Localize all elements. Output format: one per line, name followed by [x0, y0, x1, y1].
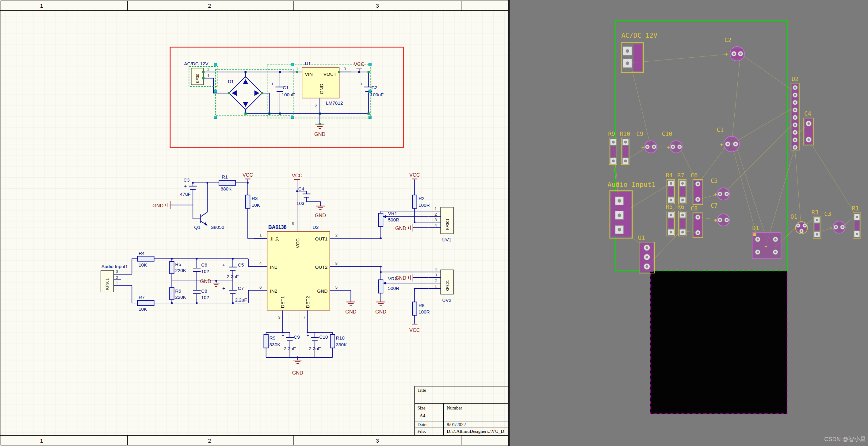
gnd-label[interactable]: GND [395, 226, 406, 231]
c6-value[interactable]: 102 [201, 269, 209, 274]
r5-designator[interactable]: R5 [175, 262, 181, 267]
pcb-r3-label[interactable]: R3 [812, 209, 819, 216]
r7-value[interactable]: 10K [138, 306, 147, 311]
pcb-r4-label[interactable]: R4 [665, 172, 673, 179]
pcb-c10-label[interactable]: C10 [662, 130, 672, 137]
c10-designator[interactable]: C10 [319, 334, 328, 339]
c9-designator[interactable]: C9 [294, 334, 300, 339]
pcb-d1-label[interactable]: D1 [752, 225, 759, 231]
c2-value[interactable]: 100uF [370, 92, 384, 97]
c4-value[interactable]: 103 [297, 201, 305, 206]
vr2-value[interactable]: 500R [388, 286, 399, 291]
uv2-designator[interactable]: UV2 [442, 298, 451, 303]
pcb-c5-label[interactable]: C5 [711, 177, 718, 184]
r10-value[interactable]: 330K [336, 342, 347, 347]
c1-value[interactable]: 100uF [281, 92, 295, 97]
pcb-c2-label[interactable]: C2 [724, 36, 732, 43]
gnd-label[interactable]: GND [152, 203, 163, 208]
q1-part[interactable]: S8050 [211, 225, 224, 230]
vcc-label[interactable]: VCC [409, 327, 420, 333]
vcc-label[interactable]: VCC [292, 173, 303, 178]
c4-designator[interactable]: C4 [298, 186, 305, 191]
vr1-designator[interactable]: VR1 [388, 211, 397, 216]
vcc-label[interactable]: VCC [409, 172, 420, 178]
pcb-audio-label[interactable]: Audio Input1 [608, 181, 655, 188]
gnd-label[interactable]: GND [314, 131, 325, 137]
vcc-label[interactable]: VCC [243, 172, 253, 178]
c7-designator[interactable]: C7 [238, 286, 244, 291]
pcb-c6-label[interactable]: C6 [691, 172, 698, 179]
u1-designator[interactable]: U1 [305, 61, 311, 66]
pcb-r10-label[interactable]: R10 [620, 130, 630, 137]
pcb-plane-region[interactable] [650, 271, 787, 414]
r1-designator[interactable]: R1 [222, 174, 228, 179]
c8-value[interactable]: 102 [201, 295, 209, 300]
r2-designator[interactable]: R2 [418, 196, 425, 201]
c3-value[interactable]: 47uF [180, 191, 191, 197]
pcb-c4-label[interactable]: C4 [804, 111, 811, 117]
gnd-label[interactable]: GND [395, 275, 406, 281]
r6-designator[interactable]: R6 [175, 288, 181, 294]
gnd-label[interactable]: GND [345, 309, 356, 315]
uv1-designator[interactable]: UV1 [442, 237, 451, 243]
r1-value[interactable]: 680K [221, 186, 232, 191]
r2-value[interactable]: 100R [418, 203, 430, 208]
r4-designator[interactable]: R4 [138, 250, 145, 256]
c5-designator[interactable]: C5 [238, 262, 244, 267]
r3-value[interactable]: 10K [252, 203, 260, 208]
tb-size-value[interactable]: A4 [420, 413, 425, 418]
pcb-c3-label[interactable]: C3 [824, 210, 831, 217]
tb-date-value[interactable]: 8/01/2022 [447, 422, 466, 427]
r7-designator[interactable]: R7 [138, 295, 145, 300]
ic-u2[interactable]: BA6138 U2 开关 IN1 IN2 OUT1 OUT2 GND VCC D… [259, 221, 338, 319]
u2-part[interactable]: BA6138 [268, 224, 287, 230]
pcb-c1-label[interactable]: C1 [716, 126, 723, 133]
pcb-r7-label[interactable]: R7 [677, 172, 684, 179]
u2-designator[interactable]: U2 [313, 225, 319, 230]
u1-part[interactable]: LM7812 [326, 100, 343, 106]
pcb-connector-u2[interactable]: U2 [791, 76, 799, 150]
c3-designator[interactable]: C3 [184, 177, 190, 182]
gnd-label[interactable]: GND [292, 370, 303, 376]
d1-designator[interactable]: D1 [228, 79, 234, 84]
c7-value[interactable]: 2.2uF [235, 297, 247, 302]
r8-designator[interactable]: R8 [418, 303, 425, 308]
r8-value[interactable]: 100R [418, 309, 430, 315]
r5-value[interactable]: 220K [175, 268, 186, 273]
r9-value[interactable]: 330K [270, 342, 281, 347]
pcb-q1-label[interactable]: Q1 [790, 213, 798, 220]
gnd-label[interactable]: GND [315, 213, 326, 218]
vcc-label[interactable]: VCC [354, 61, 365, 67]
kf30-label[interactable]: KF30 [196, 74, 200, 83]
audio-input-label[interactable]: Audio Input1 [101, 264, 128, 269]
c8-designator[interactable]: C8 [201, 288, 207, 294]
pcb-u2-label[interactable]: U2 [792, 76, 799, 82]
pcb-r9-label[interactable]: R9 [608, 130, 615, 137]
pcb-acdc-label[interactable]: AC/DC 12V [621, 32, 657, 39]
pcb-c9-label[interactable]: C9 [636, 130, 643, 137]
c6-designator[interactable]: C6 [201, 262, 207, 267]
pcb-r6-label[interactable]: R6 [677, 203, 684, 210]
r3-designator[interactable]: R3 [252, 196, 258, 201]
q1-designator[interactable]: Q1 [194, 225, 200, 230]
gnd-label[interactable]: GND [200, 278, 211, 284]
c2-designator[interactable]: C2 [371, 85, 377, 90]
gnd-label[interactable]: GND [375, 309, 386, 315]
tb-file-value[interactable]: D:\7.AltimuDesigner\..\VU_D [447, 428, 504, 434]
panel-divider[interactable] [508, 0, 510, 446]
c1-designator[interactable]: C1 [283, 85, 289, 90]
pcb-c7-label[interactable]: C7 [711, 202, 718, 209]
acdc-label[interactable]: AC/DC 12V [184, 61, 209, 66]
c10-value[interactable]: 2.2uF [309, 346, 321, 351]
pcb-u1-label[interactable]: U1 [638, 234, 645, 241]
c5-value[interactable]: 2.2uF [227, 274, 239, 279]
r9-designator[interactable]: R9 [270, 335, 276, 340]
r4-value[interactable]: 10K [138, 262, 147, 267]
c9-value[interactable]: 2.2uF [284, 346, 296, 351]
r6-value[interactable]: 220K [175, 295, 186, 300]
vr1-value[interactable]: 500R [388, 217, 399, 222]
pcb-r1-label[interactable]: R1 [852, 205, 859, 212]
pcb-c8-label[interactable]: C8 [691, 205, 698, 212]
pcb-r5-label[interactable]: R5 [665, 203, 673, 210]
r10-designator[interactable]: R10 [336, 335, 345, 340]
